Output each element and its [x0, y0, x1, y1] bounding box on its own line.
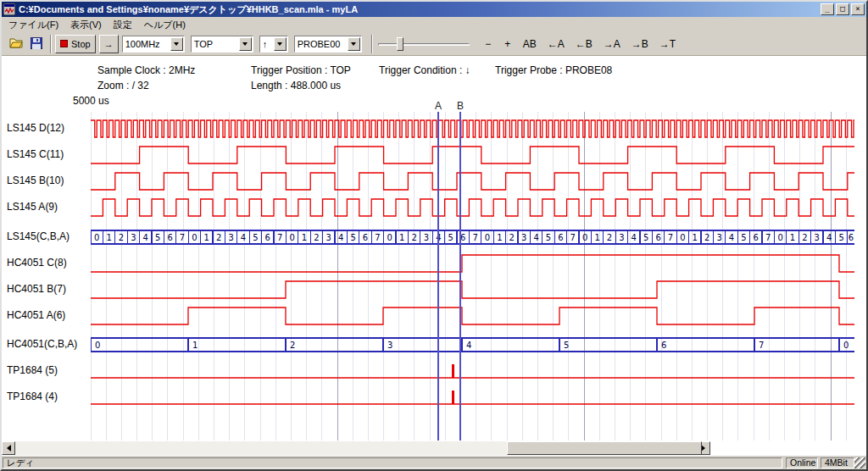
- titlebar[interactable]: C:¥Documents and Settings¥noname¥デスクトップ¥…: [2, 2, 866, 17]
- zoom-ab-button[interactable]: AB: [519, 36, 541, 53]
- svg-text:6: 6: [167, 233, 172, 242]
- toolbar: Stop → 100MHz TOP ↑ PROBE00 − + AB ←A ←B…: [2, 32, 866, 56]
- menu-help[interactable]: ヘルプ(H): [138, 17, 192, 33]
- close-button[interactable]: ×: [851, 3, 865, 15]
- scrollbar-track[interactable]: [15, 441, 697, 455]
- trigger-position-info: Trigger Position : TOP: [251, 64, 351, 76]
- horizontal-scrollbar[interactable]: [2, 441, 710, 455]
- svg-text:4: 4: [729, 233, 734, 242]
- svg-text:2: 2: [314, 233, 319, 242]
- svg-text:3: 3: [387, 341, 392, 350]
- svg-text:2: 2: [290, 341, 295, 350]
- status-ready: レディ: [3, 457, 782, 468]
- svg-text:5: 5: [564, 341, 569, 350]
- sample-clock-select[interactable]: 100MHz: [122, 36, 185, 53]
- svg-text:0: 0: [95, 341, 100, 350]
- svg-text:1: 1: [790, 233, 795, 242]
- waveform-plot[interactable]: 0123456701234567012345670123456701234567…: [91, 112, 854, 441]
- svg-text:6: 6: [558, 233, 563, 242]
- svg-text:5: 5: [350, 233, 355, 242]
- svg-text:6: 6: [849, 233, 854, 242]
- trigger-condition-info: Trigger Condition : ↓: [379, 64, 470, 76]
- svg-text:3: 3: [716, 233, 721, 242]
- svg-text:0: 0: [485, 233, 490, 242]
- svg-text:1: 1: [204, 233, 209, 242]
- svg-text:7: 7: [472, 233, 477, 242]
- chevron-down-icon[interactable]: [274, 37, 287, 51]
- svg-text:4: 4: [826, 233, 832, 242]
- svg-text:0: 0: [777, 233, 782, 242]
- goto-marker-b-left-button[interactable]: ←B: [571, 36, 597, 53]
- svg-text:1: 1: [594, 233, 599, 242]
- svg-text:5: 5: [741, 233, 746, 242]
- svg-text:5: 5: [838, 233, 843, 242]
- svg-text:4: 4: [533, 233, 538, 242]
- sample-clock-info: Sample Clock : 2MHz: [97, 64, 195, 76]
- svg-text:5: 5: [643, 233, 648, 242]
- zoom-in-button[interactable]: +: [499, 36, 516, 53]
- chevron-down-icon[interactable]: [239, 37, 252, 51]
- svg-text:3: 3: [131, 233, 136, 242]
- toolbar-separator: [371, 35, 373, 53]
- svg-text:2: 2: [802, 233, 807, 242]
- goto-trigger-button[interactable]: →T: [655, 36, 680, 53]
- svg-text:0: 0: [680, 233, 685, 242]
- status-memory: 4MBit: [821, 457, 854, 468]
- zoom-slider[interactable]: [376, 36, 471, 53]
- run-arrow-icon: →: [104, 39, 114, 49]
- svg-text:2: 2: [119, 233, 124, 242]
- slider-groove: [378, 43, 470, 46]
- marker-a-label: A: [433, 100, 443, 112]
- menubar: ファイル(F) 表示(V) 設定 ヘルプ(H): [2, 17, 866, 32]
- svg-text:1: 1: [192, 341, 198, 350]
- app-icon: [3, 3, 15, 15]
- svg-text:7: 7: [375, 233, 380, 242]
- statusbar: レディ Online 4MBit: [2, 456, 866, 469]
- svg-text:2: 2: [411, 233, 416, 242]
- svg-text:6: 6: [655, 233, 660, 242]
- toolbar-separator: [50, 35, 52, 53]
- stop-icon: [60, 40, 68, 47]
- menu-settings[interactable]: 設定: [108, 17, 138, 33]
- maximize-button[interactable]: □: [836, 3, 849, 15]
- svg-text:6: 6: [265, 233, 270, 242]
- svg-text:1: 1: [106, 233, 111, 242]
- status-online: Online: [786, 457, 818, 468]
- svg-text:3: 3: [228, 233, 233, 242]
- save-file-button[interactable]: [26, 35, 47, 53]
- svg-text:7: 7: [180, 233, 185, 242]
- chevron-down-icon[interactable]: [170, 37, 183, 51]
- svg-text:2: 2: [509, 233, 515, 242]
- svg-text:7: 7: [277, 233, 282, 242]
- svg-text:3: 3: [815, 233, 820, 242]
- trigger-edge-select[interactable]: ↑: [259, 36, 288, 53]
- svg-text:4: 4: [632, 233, 637, 242]
- length-info: Length : 488.000 us: [251, 80, 341, 91]
- slider-thumb[interactable]: [397, 37, 403, 51]
- svg-text:3: 3: [521, 233, 526, 242]
- minimize-button[interactable]: _: [821, 3, 834, 15]
- window-title: C:¥Documents and Settings¥noname¥デスクトップ¥…: [19, 3, 819, 16]
- goto-marker-b-right-button[interactable]: →B: [627, 36, 653, 53]
- menu-view[interactable]: 表示(V): [64, 17, 108, 33]
- svg-text:5: 5: [155, 233, 160, 242]
- svg-text:5: 5: [448, 233, 453, 242]
- svg-text:3: 3: [326, 233, 331, 242]
- goto-marker-a-left-button[interactable]: ←A: [543, 36, 569, 53]
- svg-text:0: 0: [289, 233, 294, 242]
- goto-marker-a-right-button[interactable]: →A: [599, 36, 625, 53]
- trigger-position-select[interactable]: TOP: [191, 36, 253, 53]
- run-button[interactable]: →: [99, 35, 119, 53]
- zoom-out-button[interactable]: −: [480, 36, 497, 53]
- trigger-probe-select[interactable]: PROBE00: [294, 36, 362, 53]
- menu-file[interactable]: ファイル(F): [3, 17, 64, 33]
- chevron-down-icon[interactable]: [348, 37, 360, 51]
- open-file-button[interactable]: [6, 35, 26, 53]
- svg-text:5: 5: [546, 233, 551, 242]
- svg-text:1: 1: [399, 233, 404, 242]
- stop-button[interactable]: Stop: [55, 35, 96, 53]
- scroll-left-button[interactable]: [2, 441, 15, 455]
- resize-grip[interactable]: [854, 457, 865, 468]
- scrollbar-thumb[interactable]: [507, 441, 702, 455]
- svg-text:2: 2: [216, 233, 221, 242]
